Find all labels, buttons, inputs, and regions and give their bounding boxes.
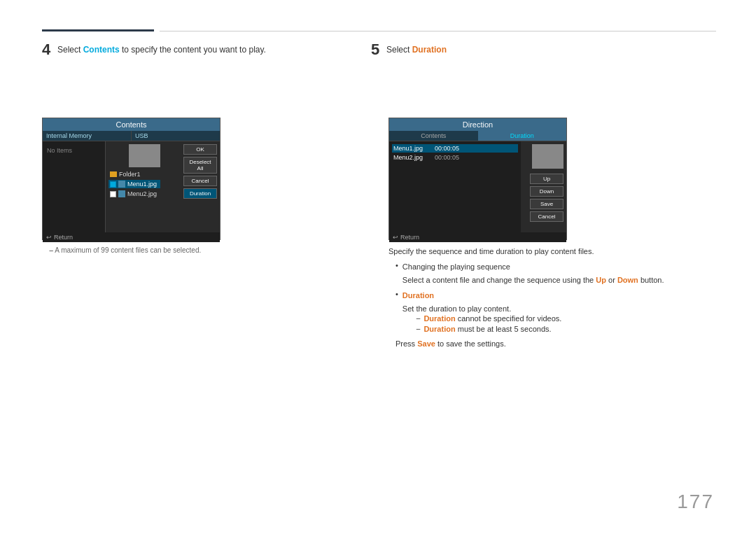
up-button[interactable]: Up xyxy=(530,174,564,184)
checkbox-1 xyxy=(110,181,116,188)
bullet1-up-text: Up xyxy=(596,276,606,284)
duration-button[interactable]: Duration xyxy=(183,188,217,199)
file-icon-1 xyxy=(118,181,125,188)
folder-icon xyxy=(110,171,117,177)
folder-item[interactable]: Folder1 xyxy=(108,170,160,178)
folder-name: Folder1 xyxy=(119,171,141,178)
sub-bullet-2: – Duration must be at least 5 seconds. xyxy=(402,325,561,333)
no-items-label: No Items xyxy=(46,144,102,157)
direction-panel-body: Menu1.jpg 00:00:05 Menu2.jpg 00:00:05 Up… xyxy=(389,141,566,232)
sub-bullet-1: – Duration cannot be specified for video… xyxy=(402,314,561,323)
cancel-button[interactable]: Cancel xyxy=(183,176,217,186)
content-duration-1: 00:00:05 xyxy=(435,145,459,152)
direction-thumbnail xyxy=(532,144,564,169)
direction-left-col: Menu1.jpg 00:00:05 Menu2.jpg 00:00:05 xyxy=(389,141,521,232)
bullet-item-1: • Changing the playing sequence Select a… xyxy=(388,261,710,286)
sub1-highlight: Duration xyxy=(424,314,455,323)
press-highlight: Save xyxy=(417,339,435,348)
bullet-item-2: • Duration Set the duration to play cont… xyxy=(388,290,710,335)
contents-left-col: No Items xyxy=(43,141,106,232)
step4-number: 4 xyxy=(42,41,50,59)
content-duration-2: 00:00:05 xyxy=(435,154,459,161)
header-usb: USB xyxy=(131,131,220,141)
step5-keyword: Duration xyxy=(412,45,447,55)
step4-note: ‒ A maximum of 99 content files can be s… xyxy=(49,246,201,254)
contents-panel-title: Contents xyxy=(43,118,220,131)
contents-panel-body: No Items Folder1 Menu1.jpg Menu2.jpg xyxy=(43,141,220,232)
bullet-content-1: Changing the playing sequence Select a c… xyxy=(402,261,664,286)
step4-keyword: Contents xyxy=(83,45,120,55)
file-item-2[interactable]: Menu2.jpg xyxy=(108,190,160,198)
bullet-dot-2: • xyxy=(396,290,398,298)
direction-panel-title: Direction xyxy=(389,118,566,131)
sub1-suffix: cannot be specified for videos. xyxy=(456,314,562,323)
bullet-duration-sub: Set the duration to play content. xyxy=(402,303,561,315)
sub-dash-1: – xyxy=(416,314,421,322)
bullet-sub-1: Select a content file and change the seq… xyxy=(402,274,664,286)
bullet1-sub-text: Select a content file and change the seq… xyxy=(402,276,596,284)
press-suffix: to save the settings. xyxy=(435,339,506,348)
direction-panel-footer: ↩ Return xyxy=(389,232,566,242)
dir-header-contents: Contents xyxy=(389,131,478,141)
contents-thumbnail xyxy=(129,144,160,167)
direction-panel: Direction Contents Duration Menu1.jpg 00… xyxy=(388,118,567,240)
step5-description: Select Duration xyxy=(386,45,447,55)
top-border-right xyxy=(160,31,716,31)
press-prefix: Press xyxy=(396,339,417,348)
desc-main-text: Specify the sequence and time duration t… xyxy=(388,247,710,255)
top-border-left xyxy=(42,29,154,31)
bullet-dot-1: • xyxy=(396,261,398,269)
return-icon: ↩ xyxy=(46,234,52,241)
file-name-1: Menu1.jpg xyxy=(127,181,157,188)
dir-header-duration: Duration xyxy=(478,131,567,141)
return-label-dir: Return xyxy=(400,234,419,241)
file-name-2: Menu2.jpg xyxy=(127,190,157,197)
file-item-1[interactable]: Menu1.jpg xyxy=(108,180,160,188)
bullet-text-1: Changing the playing sequence xyxy=(402,261,664,273)
bullet1-down-text: Down xyxy=(617,276,638,284)
press-save-text: Press Save to save the settings. xyxy=(388,339,710,348)
step5-desc-prefix: Select xyxy=(386,45,412,55)
bullet-duration-label: Duration xyxy=(402,290,561,302)
bullet-content-2: Duration Set the duration to play conten… xyxy=(402,290,561,335)
contents-panel-footer: ↩ Return xyxy=(43,232,220,242)
content-name-2: Menu2.jpg xyxy=(393,154,432,161)
deselect-all-button[interactable]: Deselect All xyxy=(183,157,217,174)
bullet1-or-text: or xyxy=(606,276,617,284)
direction-panel-header: Contents Duration xyxy=(389,131,566,141)
contents-panel: Contents Internal Memory USB No Items Fo… xyxy=(42,118,220,240)
step4-desc-prefix: Select xyxy=(57,45,83,55)
page-number: 177 xyxy=(677,491,714,513)
description-area: Specify the sequence and time duration t… xyxy=(388,247,710,348)
step4-desc-suffix: to specify the content you want to play. xyxy=(120,45,266,55)
file-icon-2 xyxy=(118,190,125,197)
sub-dash-2: – xyxy=(416,325,421,332)
content-row-1[interactable]: Menu1.jpg 00:00:05 xyxy=(392,144,518,153)
direction-right-col: Up Down Save Cancel xyxy=(521,141,566,232)
content-row-2[interactable]: Menu2.jpg 00:00:05 xyxy=(392,153,518,162)
bullet1-end-text: button. xyxy=(638,276,664,284)
contents-buttons-col: OK Deselect All Cancel Duration xyxy=(163,141,220,232)
sub-text-2: Duration must be at least 5 seconds. xyxy=(424,325,551,333)
contents-right-col: Folder1 Menu1.jpg Menu2.jpg xyxy=(106,141,163,232)
ok-button[interactable]: OK xyxy=(183,144,217,155)
content-name-1: Menu1.jpg xyxy=(393,145,432,152)
down-button[interactable]: Down xyxy=(530,186,564,197)
return-icon-dir: ↩ xyxy=(393,234,398,241)
step4-description: Select Contents to specify the content y… xyxy=(57,45,266,55)
return-label: Return xyxy=(54,234,73,241)
step5-number: 5 xyxy=(371,41,379,59)
contents-panel-header: Internal Memory USB xyxy=(43,131,220,141)
sub2-highlight: Duration xyxy=(424,325,455,333)
sub2-suffix: must be at least 5 seconds. xyxy=(456,325,552,333)
cancel-button-dir[interactable]: Cancel xyxy=(530,211,564,222)
save-button[interactable]: Save xyxy=(530,199,564,209)
checkbox-2 xyxy=(110,191,116,197)
sub-text-1: Duration cannot be specified for videos. xyxy=(424,314,561,323)
header-internal-memory: Internal Memory xyxy=(43,131,131,141)
